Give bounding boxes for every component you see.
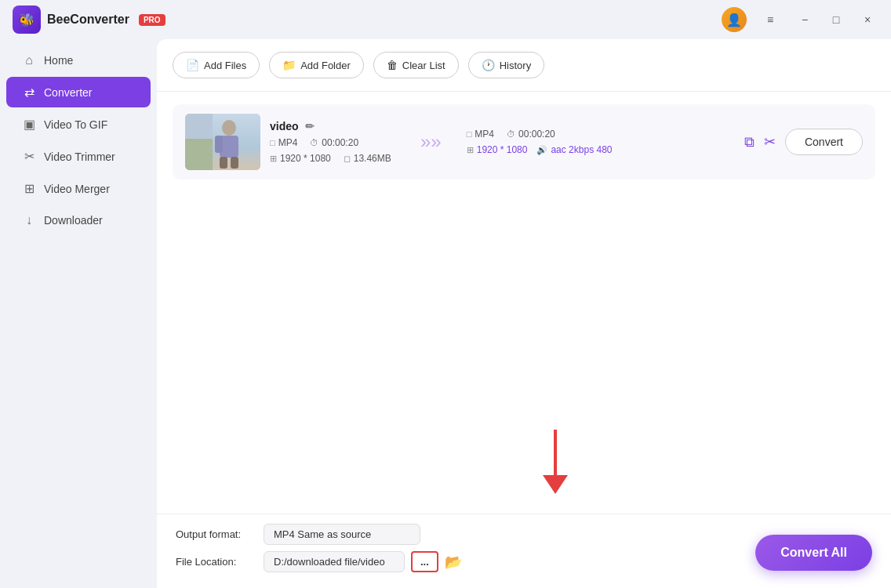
app-logo: 🐝 BeeConverter PRO [13,5,165,34]
input-format-value: MP4 [278,137,298,148]
sidebar-item-video-trimmer-label: Video Trimmer [44,151,115,163]
converter-icon: ⇄ [22,85,36,100]
resolution-icon: ⊞ [270,154,277,164]
input-size-value: 13.46MB [354,153,391,164]
maximize-button[interactable]: □ [825,9,847,31]
output-audio-value: aac 2kbps 480 [551,144,612,155]
downloader-icon: ↓ [22,213,36,227]
sidebar-item-video-to-gif[interactable]: ▣ Video To GIF [6,109,151,140]
duration-icon: ⏱ [310,138,318,147]
history-icon: 🕐 [482,59,495,71]
history-button[interactable]: 🕐 History [468,52,544,78]
sidebar-item-video-merger[interactable]: ⊞ Video Merger [6,173,151,204]
arrow-right-icon: »» [420,131,442,153]
sidebar-item-downloader-label: Downloader [44,214,103,227]
add-files-button[interactable]: 📄 Add Files [173,52,260,78]
output-format-icon: □ [467,129,472,139]
more-button[interactable]: ... [411,551,438,572]
file-location-label: File Location: [176,556,254,568]
size-icon: ◻ [344,154,351,164]
audio-icon: 🔊 [536,145,547,155]
convert-arrow: »» [405,131,457,153]
add-folder-label: Add Folder [300,60,351,71]
input-format: □ MP4 [270,137,297,148]
file-name-row: video ✏ [270,120,395,132]
bottom-bar: Output format: MP4 Same as source File L… [157,514,891,588]
file-info: video ✏ □ MP4 ⏱ 00:00:20 [270,120,395,164]
output-duration: ⏱ 00:00:20 [507,129,555,140]
file-name-text: video [270,120,299,132]
edit-icon[interactable]: ✏ [305,120,315,132]
output-info: □ MP4 ⏱ 00:00:20 ⊞ 1920 * 1080 [467,129,639,155]
menu-button[interactable]: ≡ [759,9,781,31]
main-layout: ⌂ Home ⇄ Converter ▣ Video To GIF ✂ Vide… [0,39,891,588]
video-trimmer-icon: ✂ [22,149,36,164]
input-meta-2: ⊞ 1920 * 1080 ◻ 13.46MB [270,153,395,164]
minimize-button[interactable]: − [794,9,816,31]
titlebar-right: 👤 ≡ − □ × [722,7,878,32]
sidebar-item-converter-label: Converter [44,86,92,99]
sidebar-item-video-trimmer[interactable]: ✂ Video Trimmer [6,141,151,172]
user-avatar[interactable]: 👤 [722,7,747,32]
row-actions: ⧉ ✂ Convert [744,129,863,155]
sidebar-item-home[interactable]: ⌂ Home [6,45,151,75]
convert-button[interactable]: Convert [785,129,863,155]
app-name: BeeConverter [47,13,129,27]
add-files-icon: 📄 [186,59,199,71]
output-audio: 🔊 aac 2kbps 480 [536,144,612,155]
window-controls: − □ × [794,9,878,31]
history-label: History [500,60,531,71]
sidebar: ⌂ Home ⇄ Converter ▣ Video To GIF ✂ Vide… [0,39,157,588]
svg-rect-4 [220,157,227,169]
convert-all-button[interactable]: Convert All [755,535,872,571]
clear-list-icon: 🗑 [387,59,398,71]
format-icon: □ [270,138,275,147]
clear-list-label: Clear List [402,60,446,71]
svg-point-1 [222,120,236,136]
input-meta: □ MP4 ⏱ 00:00:20 [270,137,395,148]
scissors-icon[interactable]: ✂ [764,133,776,151]
thumbnail-image [185,114,260,170]
copy-icon[interactable]: ⧉ [744,134,755,151]
add-folder-button[interactable]: 📁 Add Folder [269,52,364,78]
output-format-row-bottom: Output format: MP4 Same as source [176,524,607,545]
input-resolution: ⊞ 1920 * 1080 [270,153,331,164]
input-resolution-value: 1920 * 1080 [280,153,331,164]
output-meta-row: ⊞ 1920 * 1080 🔊 aac 2kbps 480 [467,144,639,155]
svg-rect-5 [231,157,238,169]
table-row: video ✏ □ MP4 ⏱ 00:00:20 [173,104,875,180]
output-duration-value: 00:00:20 [518,129,555,140]
input-duration-value: 00:00:20 [322,137,358,148]
video-to-gif-icon: ▣ [22,117,36,132]
video-merger-icon: ⊞ [22,181,36,196]
file-thumbnail [185,114,260,170]
logo-icon: 🐝 [13,5,41,34]
file-list: video ✏ □ MP4 ⏱ 00:00:20 [157,92,891,514]
home-icon: ⌂ [22,53,36,67]
browse-folder-button[interactable]: 📂 [445,554,462,571]
toolbar: 📄 Add Files 📁 Add Folder 🗑 Clear List 🕐 … [157,39,891,92]
svg-rect-7 [185,114,213,139]
output-format: □ MP4 [467,129,494,140]
file-location-row: File Location: D:/downloaded file/video … [176,551,607,572]
content-area: 📄 Add Files 📁 Add Folder 🗑 Clear List 🕐 … [157,39,891,588]
clear-list-button[interactable]: 🗑 Clear List [373,52,459,78]
sidebar-item-converter[interactable]: ⇄ Converter [6,77,151,107]
sidebar-item-downloader[interactable]: ↓ Downloader [6,205,151,235]
output-format-value: MP4 [475,129,494,140]
sidebar-item-video-merger-label: Video Merger [44,183,110,195]
file-location-input-row: D:/downloaded file/video ... 📂 [264,551,462,572]
sidebar-item-home-label: Home [44,54,73,67]
input-duration: ⏱ 00:00:20 [310,137,358,148]
add-files-label: Add Files [204,60,246,71]
output-format-value-bottom: MP4 Same as source [264,524,420,545]
svg-rect-6 [185,137,213,170]
close-button[interactable]: × [856,9,878,31]
svg-rect-3 [215,136,223,153]
output-resolution: ⊞ 1920 * 1080 [467,144,528,155]
pro-badge: PRO [139,14,165,26]
output-resolution-value: 1920 * 1080 [477,144,528,155]
output-format-row: □ MP4 ⏱ 00:00:20 [467,129,639,140]
output-resolution-icon: ⊞ [467,145,474,155]
bottom-options: Output format: MP4 Same as source File L… [176,524,607,572]
